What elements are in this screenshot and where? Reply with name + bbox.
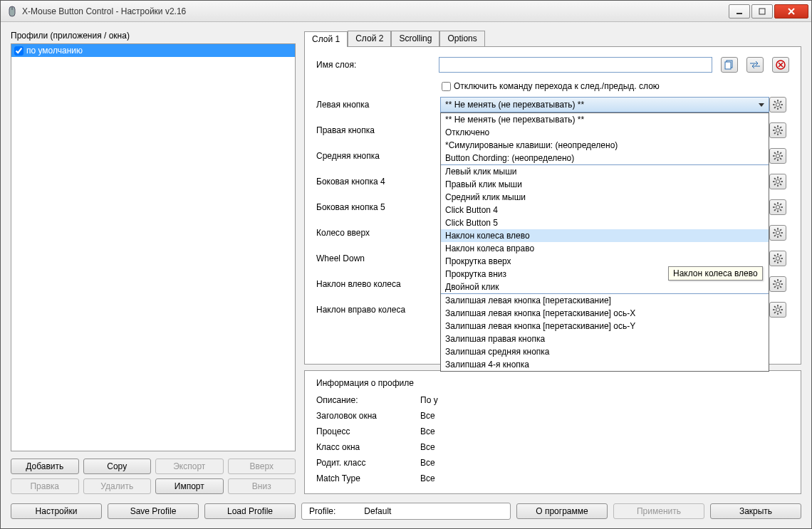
layer-name-input[interactable]	[439, 57, 712, 73]
svg-line-62	[780, 235, 781, 236]
gear-icon[interactable]	[769, 225, 786, 241]
dropdown-item[interactable]: Отключено	[441, 126, 769, 139]
profile-info-panel: Информация о профиле Описание:По уЗаголо…	[304, 370, 801, 494]
svg-point-29	[776, 154, 779, 157]
svg-line-28	[780, 127, 781, 128]
disable-layer-switch-checkbox[interactable]	[442, 82, 451, 91]
gear-icon[interactable]	[769, 251, 786, 266]
import-button[interactable]: Импорт	[155, 478, 224, 494]
mapping-label: Наклон влево колеса	[316, 279, 440, 289]
tabs: Слой 1 Слой 2 Scrolling Options	[304, 31, 801, 46]
dropdown-item[interactable]: Click Button 5	[441, 216, 769, 229]
mapping-label: Боковая кнопка 5	[316, 202, 440, 212]
titlebar: X-Mouse Button Control - Настройки v2.16	[1, 1, 811, 22]
svg-line-54	[774, 209, 776, 211]
svg-point-11	[776, 103, 779, 106]
profile-checkbox[interactable]	[14, 46, 24, 56]
info-label: Описание:	[316, 395, 420, 405]
info-value: Все	[420, 426, 789, 436]
svg-line-19	[780, 101, 781, 103]
svg-line-26	[780, 132, 781, 134]
profile-item-label: по умолчанию	[26, 46, 83, 56]
svg-line-17	[780, 107, 781, 108]
mapping-dropdown-cell: ** Не менять (не перехватывать) **** Не …	[440, 97, 769, 112]
copy-button[interactable]: Copy	[83, 459, 152, 474]
footer: Настройки Save Profile Load Profile Prof…	[1, 498, 811, 528]
profile-bar: Profile: Default	[301, 503, 511, 520]
info-label: Класс окна	[316, 442, 420, 452]
svg-line-35	[780, 158, 781, 159]
info-value: Все	[420, 442, 789, 452]
edit-button[interactable]: Правка	[11, 478, 79, 494]
mapping-label: Левая кнопка	[316, 100, 440, 110]
dropdown-item[interactable]: Наклон колеса влево	[441, 229, 769, 242]
dropdown-item[interactable]: Залипшая левая кнопка [перетаскивание]	[441, 294, 769, 307]
dropdown-item[interactable]: Залипшая средняя кнопка	[441, 345, 769, 358]
profile-list[interactable]: по умолчанию	[11, 43, 296, 451]
gear-icon[interactable]	[769, 276, 786, 292]
save-profile-button[interactable]: Save Profile	[108, 503, 199, 519]
svg-line-53	[780, 209, 781, 211]
dropdown-item[interactable]: *Симулированые клавиши: (неопределено)	[441, 139, 769, 152]
svg-line-18	[774, 107, 776, 108]
close-window-button[interactable]: Закрыть	[710, 503, 801, 519]
swap-layer-icon[interactable]	[746, 57, 764, 73]
export-button[interactable]: Экспорт	[155, 459, 224, 474]
svg-point-47	[776, 205, 779, 209]
gear-icon[interactable]	[769, 97, 786, 112]
svg-line-52	[774, 204, 776, 205]
dropdown-list[interactable]: ** Не менять (не перехватывать) **Отключ…	[440, 112, 769, 372]
load-profile-button[interactable]: Load Profile	[204, 503, 296, 519]
svg-line-89	[780, 312, 781, 313]
profile-bar-label: Profile:	[309, 506, 335, 516]
dropdown-item[interactable]: Button Chording: (неопределено)	[441, 152, 769, 165]
dropdown-item[interactable]: Двойной клик	[441, 281, 769, 294]
dropdown-item[interactable]: Залипшая правая кнопка	[441, 332, 769, 345]
mapping-dropdown[interactable]: ** Не менять (не перехватывать) **	[440, 97, 769, 112]
tab-options[interactable]: Options	[439, 31, 484, 46]
up-button[interactable]: Вверх	[228, 459, 296, 474]
dropdown-tooltip: Наклон колеса влево	[668, 266, 763, 281]
svg-line-27	[774, 132, 776, 134]
gear-icon[interactable]	[769, 122, 786, 138]
gear-icon[interactable]	[769, 302, 786, 318]
dropdown-item[interactable]: ** Не менять (не перехватывать) **	[441, 113, 769, 126]
mapping-label: Правая кнопка	[316, 125, 440, 135]
copy-layer-icon[interactable]	[721, 57, 738, 73]
gear-icon[interactable]	[769, 199, 786, 215]
apply-button[interactable]: Применить	[613, 503, 704, 519]
settings-button[interactable]: Настройки	[11, 503, 102, 519]
svg-point-56	[776, 231, 779, 234]
tab-scrolling[interactable]: Scrolling	[391, 31, 439, 46]
info-label: Родит. класс	[316, 458, 420, 468]
gear-icon[interactable]	[769, 148, 786, 164]
gear-icon[interactable]	[769, 174, 786, 189]
tab-layer2[interactable]: Слой 2	[348, 31, 391, 46]
maximize-button[interactable]	[751, 4, 773, 19]
about-button[interactable]: О программе	[516, 503, 608, 519]
dropdown-item[interactable]: Наклон колеса вправо	[441, 242, 769, 255]
svg-point-74	[776, 282, 779, 286]
svg-line-71	[780, 261, 781, 262]
profile-item-default[interactable]: по умолчанию	[11, 44, 295, 57]
delete-button[interactable]: Удалить	[83, 478, 152, 494]
dropdown-item[interactable]: Правый клик мыши	[441, 178, 769, 191]
dropdown-item[interactable]: Залипшая 4-я кнопка	[441, 358, 769, 371]
add-button[interactable]: Добавить	[11, 459, 79, 474]
svg-line-46	[780, 178, 781, 179]
tab-layer1[interactable]: Слой 1	[304, 31, 348, 47]
clear-layer-icon[interactable]	[772, 57, 789, 73]
down-button[interactable]: Вниз	[228, 478, 296, 494]
app-window: X-Mouse Button Control - Настройки v2.16…	[0, 0, 812, 529]
dropdown-item[interactable]: Средний клик мыши	[441, 191, 769, 204]
minimize-button[interactable]	[729, 4, 750, 19]
svg-line-79	[774, 281, 776, 282]
mapping-label: Средняя кнопка	[316, 151, 440, 161]
dropdown-item[interactable]: Залипшая левая кнопка [перетаскивание] о…	[441, 320, 769, 332]
info-value: По у	[420, 395, 789, 405]
dropdown-item[interactable]: Залипшая левая кнопка [перетаскивание] о…	[441, 307, 769, 320]
dropdown-item[interactable]: Левый клик мыши	[441, 165, 769, 178]
close-button[interactable]	[774, 4, 808, 19]
info-value: Все	[420, 473, 789, 483]
dropdown-item[interactable]: Click Button 4	[441, 204, 769, 216]
